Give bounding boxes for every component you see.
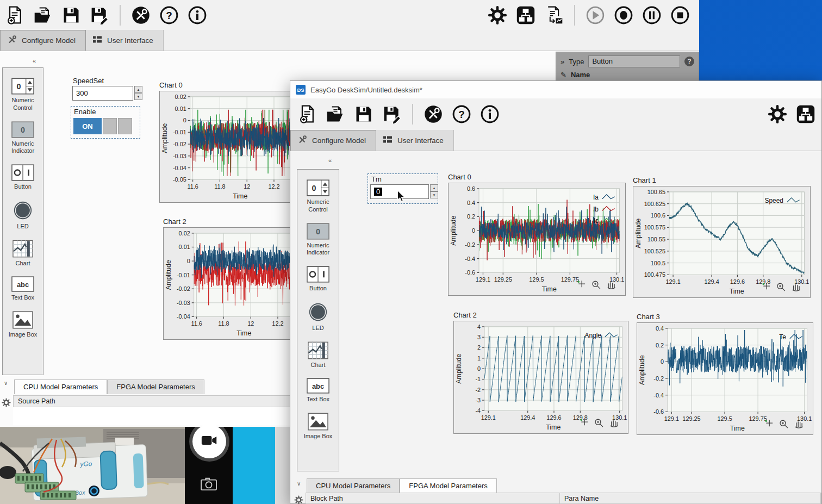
palette-item-text-box[interactable]: abcText Box [297, 378, 339, 403]
spin-up-button[interactable]: ▲ [430, 184, 438, 191]
params-gear-icon[interactable] [2, 398, 11, 409]
new-file-icon[interactable] [297, 104, 317, 125]
speedset-label: SpeedSet [73, 77, 104, 85]
open-file-icon[interactable] [33, 5, 53, 26]
configure-model-icon [297, 135, 307, 146]
question-icon[interactable]: ? [684, 57, 694, 66]
palette-item-numeric-control[interactable]: 0Numeric Control [3, 78, 43, 112]
tab-fpga-model-parameters[interactable]: FPGA Model Parameters [107, 379, 204, 394]
params-gear-icon[interactable] [294, 495, 303, 504]
spin-down-button[interactable]: ▼ [430, 191, 438, 198]
chart-widget-0[interactable]: Chart 00.020.010-0.01-0.02-0.03-0.04-0.0… [159, 81, 296, 203]
svg-text:-0.02: -0.02 [177, 285, 190, 292]
tab-configure-model[interactable]: Configure Model [290, 130, 376, 151]
video-camera-icon [201, 434, 217, 449]
tab-user-interface[interactable]: User Interface [86, 30, 164, 51]
palette-item-led[interactable]: LED [3, 200, 43, 231]
settings-gear-icon[interactable] [767, 104, 788, 125]
save-as-icon[interactable] [89, 5, 110, 26]
collapse-palette-icon[interactable]: « [33, 58, 35, 64]
palette-item-text-box[interactable]: abcText Box [3, 276, 43, 302]
svg-text:129.4: 129.4 [520, 414, 535, 421]
palette-item-numeric-indicator[interactable]: 0Numeric Indicator [297, 223, 339, 257]
help-icon[interactable]: ? [451, 104, 472, 125]
tab-user-interface[interactable]: User Interface [376, 130, 454, 151]
svg-text:11.8: 11.8 [218, 320, 229, 327]
chart-widget-2[interactable]: Chart 243210-1-2-3-4129.1129.4129.6129.8… [453, 311, 628, 434]
save-icon[interactable] [353, 104, 374, 125]
toggle-segment[interactable] [118, 118, 132, 134]
palette-item-image-box[interactable]: Image Box [3, 311, 43, 339]
svg-text:yGo: yGo [79, 460, 92, 468]
speedset-input[interactable]: 300 [72, 86, 133, 101]
text-box-icon: abc [11, 276, 34, 292]
settings-gear-icon[interactable] [487, 5, 508, 26]
svg-text:Ia: Ia [593, 194, 599, 201]
palette-item-numeric-indicator[interactable]: 0Numeric Indicator [3, 121, 43, 155]
svg-text:-3: -3 [475, 397, 481, 403]
main-toolbar: ? [290, 98, 821, 130]
speedset-control: 300 ▲ ▼ [72, 86, 142, 101]
topology-icon[interactable] [515, 5, 536, 26]
spin-down-button[interactable]: ▼ [134, 93, 142, 100]
svg-text:129.8: 129.8 [573, 414, 588, 421]
palette-item-numeric-control[interactable]: 0Numeric Control [297, 179, 339, 214]
tools-icon[interactable] [130, 5, 151, 26]
photo-capture-button[interactable] [198, 476, 220, 494]
info-icon[interactable] [187, 5, 208, 26]
svg-text:0.01: 0.01 [175, 105, 186, 112]
svg-text:129.1: 129.1 [665, 278, 680, 285]
tab-cpu-model-parameters[interactable]: CPU Model Parameters [14, 379, 107, 394]
numeric-indicator-icon: 0 [307, 223, 329, 240]
tools-icon[interactable] [423, 104, 444, 125]
tm-input[interactable]: 0 [370, 184, 429, 199]
palette-item-label: Numeric Indicator [3, 140, 42, 155]
toggle-segment[interactable] [103, 118, 117, 134]
svg-text:-0.4: -0.4 [465, 256, 475, 262]
chart-widget-0[interactable]: Chart 00.60.40.20-0.2-0.4-0.6129.1129.25… [448, 173, 626, 296]
palette-item-chart[interactable]: Chart [3, 240, 43, 267]
help-icon[interactable]: ? [159, 5, 179, 26]
chart-widget-1[interactable]: Chart 1100.65100.625100.6100.575100.5510… [633, 176, 811, 298]
info-icon[interactable] [479, 104, 500, 125]
palette-item-button[interactable]: Button [3, 164, 43, 191]
open-file-icon[interactable] [325, 104, 346, 125]
record-icon[interactable] [613, 5, 634, 26]
svg-text:-0.6: -0.6 [653, 408, 664, 415]
save-as-icon[interactable] [382, 104, 402, 125]
svg-text:0: 0 [316, 227, 320, 236]
name-label: Name [571, 71, 590, 79]
svg-text:-0.2: -0.2 [653, 375, 664, 382]
palette-item-button[interactable]: Button [297, 266, 339, 293]
stop-icon[interactable] [670, 5, 690, 26]
expand-more-icon[interactable]: » [561, 58, 564, 66]
window-titlebar[interactable]: DS EasyGo DeskSim/Untitled.desksim* [290, 81, 821, 99]
topology-icon[interactable] [795, 104, 816, 125]
chart-widget-3[interactable]: Chart 30.40.20-0.2-0.4-0.6129.1129.25129… [637, 313, 813, 435]
tab-configure-model[interactable]: Configure Model [0, 30, 86, 51]
tab-cpu-model-parameters[interactable]: CPU Model Parameters [307, 478, 400, 493]
palette-item-led[interactable]: LED [297, 302, 339, 332]
toggle-on-segment[interactable]: ON [73, 118, 102, 134]
pause-icon[interactable] [642, 5, 662, 26]
palette-item-label: Button [298, 285, 338, 293]
desktop: ? Configure Model User Interface [0, 0, 822, 504]
play-icon[interactable] [585, 5, 606, 26]
led-icon [308, 302, 328, 322]
palette-item-chart[interactable]: Chart [297, 341, 339, 369]
export-report-icon[interactable] [544, 5, 564, 26]
numeric-control-icon: 0 [307, 179, 329, 196]
image-box-icon [308, 413, 328, 431]
new-file-icon[interactable] [4, 5, 25, 26]
palette-item-image-box[interactable]: Image Box [297, 413, 339, 440]
chart-widget-2[interactable]: Chart 20.020.010-0.01-0.02-0.03-0.0411.6… [163, 217, 300, 340]
collapse-params-icon[interactable]: ∨ [297, 481, 301, 487]
svg-text:129.5: 129.5 [529, 276, 544, 283]
spin-up-button[interactable]: ▲ [134, 86, 142, 93]
save-icon[interactable] [61, 5, 82, 26]
type-field[interactable]: Button [588, 55, 680, 67]
collapse-params-icon[interactable]: ∨ [4, 380, 8, 386]
video-record-button[interactable] [192, 425, 226, 458]
tab-fpga-model-parameters[interactable]: FPGA Model Parameters [400, 478, 497, 493]
collapse-palette-icon[interactable]: « [328, 157, 331, 164]
